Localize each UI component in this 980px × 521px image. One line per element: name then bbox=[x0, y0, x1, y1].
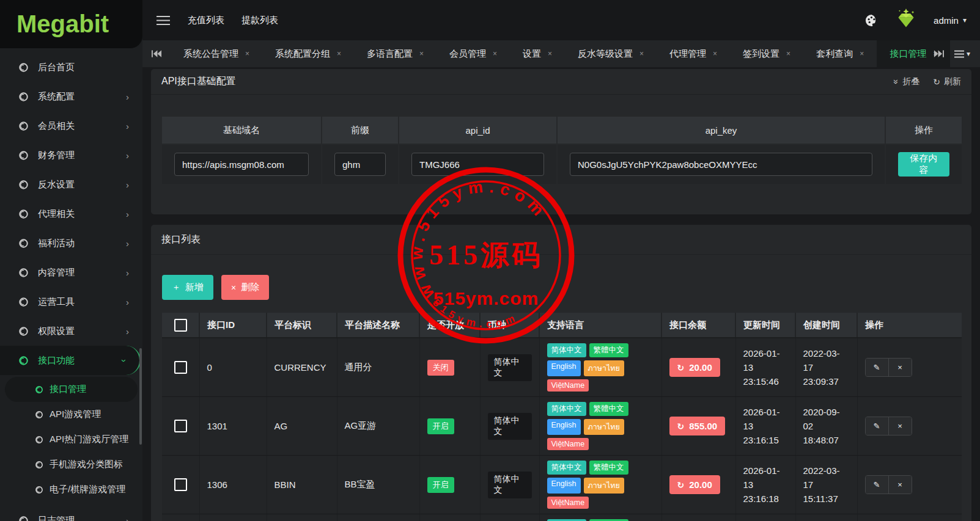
balance-value: 855.00 bbox=[689, 421, 717, 431]
sidebar-item[interactable]: 内容管理› bbox=[0, 258, 142, 287]
tab[interactable]: 代理管理× bbox=[657, 40, 730, 67]
sidebar-subitem[interactable]: 接口管理 bbox=[5, 377, 138, 402]
refresh-button[interactable]: ↻ 刷新 bbox=[933, 76, 961, 87]
table-column-header: 支持语言 bbox=[539, 313, 661, 338]
collapse-button[interactable]: » 折叠 bbox=[894, 76, 919, 87]
balance-badge[interactable]: ↻855.00 bbox=[669, 417, 726, 435]
sidebar-item[interactable]: 财务管理› bbox=[0, 140, 142, 170]
sidebar-subitem-label: API热门游戏厅管理 bbox=[50, 434, 128, 445]
sidebar-subitem[interactable]: API热门游戏厅管理 bbox=[0, 427, 142, 452]
sidebar-item[interactable]: 日志管理› bbox=[0, 506, 142, 521]
created-time: 23:09:37 bbox=[803, 374, 850, 388]
row-checkbox[interactable] bbox=[174, 420, 187, 432]
sidebar-subitem[interactable]: 手机游戏分类图标 bbox=[0, 452, 142, 477]
edit-button[interactable]: ✎ bbox=[866, 359, 888, 376]
delete-row-button[interactable]: × bbox=[888, 359, 912, 376]
language-tag: English bbox=[547, 478, 581, 494]
delete-label: 删除 bbox=[241, 282, 259, 293]
delete-button[interactable]: × 删除 bbox=[221, 275, 269, 300]
tabs-scroll-right-icon[interactable] bbox=[934, 50, 944, 57]
tab[interactable]: 套利查询× bbox=[803, 40, 877, 67]
close-tab-icon[interactable]: × bbox=[419, 49, 424, 58]
tabs-menu-icon[interactable]: ▾ bbox=[954, 49, 970, 58]
balance-badge[interactable]: ↻20.00 bbox=[669, 475, 720, 494]
refresh-icon: ↻ bbox=[677, 363, 685, 373]
avatar-diamond-icon[interactable] bbox=[893, 7, 919, 33]
sidebar-scrollbar[interactable] bbox=[139, 348, 142, 445]
status-badge[interactable]: 关闭 bbox=[427, 360, 454, 376]
theme-palette-icon[interactable] bbox=[864, 13, 879, 27]
row-actions: ✎× bbox=[865, 475, 912, 494]
hamburger-icon[interactable] bbox=[156, 15, 171, 26]
table-header-row: 接口ID平台标识平台描述名称是否开放币种支持语言接口余额更新时间创建时间操作 bbox=[162, 313, 962, 338]
sidebar-item[interactable]: 运营工具› bbox=[0, 287, 142, 316]
row-checkbox[interactable] bbox=[174, 478, 187, 491]
sidebar-subitem-label: API游戏管理 bbox=[50, 409, 101, 420]
tab-label: 系统公告管理 bbox=[183, 48, 238, 60]
language-tags: 简体中文繁體中文EnglishภาษาไทยViệtName bbox=[547, 461, 654, 509]
topnav-withdraw-list[interactable]: 提款列表 bbox=[241, 15, 278, 26]
sidebar-item[interactable]: 接口功能› bbox=[0, 346, 141, 375]
close-tab-icon[interactable]: × bbox=[493, 49, 497, 58]
row-checkbox[interactable] bbox=[174, 361, 187, 374]
language-tag: ViệtName bbox=[547, 438, 589, 450]
sidebar-item[interactable]: 后台首页 bbox=[0, 53, 142, 82]
sidebar-item[interactable]: 系统配置› bbox=[0, 82, 142, 111]
tab[interactable]: 反水等级设置× bbox=[565, 40, 657, 67]
save-button[interactable]: 保存内容 bbox=[898, 152, 949, 177]
sidebar-item[interactable]: 代理相关› bbox=[0, 199, 142, 228]
topnav-recharge-list[interactable]: 充值列表 bbox=[188, 15, 224, 26]
tabs-scroll-left-icon[interactable] bbox=[142, 40, 171, 67]
table-actions: ＋ 新增 × 删除 bbox=[162, 275, 960, 300]
delete-row-button[interactable]: × bbox=[888, 417, 912, 435]
tab[interactable]: 多语言配置× bbox=[354, 40, 437, 67]
ops-cell: ✎× bbox=[857, 456, 962, 514]
updated-date: 2026-01-13 bbox=[743, 346, 788, 375]
tab[interactable]: 会员管理× bbox=[437, 40, 510, 67]
close-tab-icon[interactable]: × bbox=[548, 49, 552, 58]
select-all-checkbox[interactable] bbox=[174, 319, 187, 332]
created-time: 15:11:37 bbox=[803, 492, 850, 506]
close-tab-icon[interactable]: × bbox=[337, 49, 341, 58]
status-badge[interactable]: 开启 bbox=[427, 418, 454, 434]
prefix-input[interactable] bbox=[334, 153, 386, 176]
close-icon: × bbox=[897, 363, 902, 372]
tab[interactable]: 签到设置× bbox=[730, 40, 803, 67]
edit-button[interactable]: ✎ bbox=[866, 417, 888, 435]
language-tag: ภาษาไทย bbox=[584, 360, 624, 376]
brand-logo[interactable]: Megabit bbox=[0, 0, 142, 48]
sidebar-subitem[interactable]: 电子/棋牌游戏管理 bbox=[0, 477, 142, 502]
close-tab-icon[interactable]: × bbox=[713, 49, 717, 58]
tab[interactable]: 系统公告管理× bbox=[171, 40, 262, 67]
sidebar-item-label: 财务管理 bbox=[38, 150, 75, 161]
row-select-cell bbox=[162, 338, 199, 397]
close-tab-icon[interactable]: × bbox=[245, 49, 249, 58]
close-tab-icon[interactable]: × bbox=[786, 49, 790, 58]
language-tags: 简体中文繁體中文EnglishภาษาไทยViệtName bbox=[547, 402, 654, 450]
panel-title: API接口基础配置 bbox=[161, 75, 236, 88]
topbar: 充值列表 提款列表 admin ▾ bbox=[142, 0, 980, 40]
balance-badge[interactable]: ↻20.00 bbox=[669, 358, 720, 377]
sidebar-subitem[interactable]: API游戏管理 bbox=[0, 402, 142, 427]
tab[interactable]: 设置× bbox=[510, 40, 565, 67]
close-tab-icon[interactable]: × bbox=[860, 49, 864, 58]
sidebar-item[interactable]: 反水设置› bbox=[0, 170, 142, 199]
api-key-input[interactable] bbox=[570, 153, 872, 176]
currency-badge: 简体中文 bbox=[488, 472, 532, 498]
edit-button[interactable]: ✎ bbox=[866, 476, 888, 494]
sidebar-item[interactable]: 福利活动› bbox=[0, 228, 142, 258]
user-menu[interactable]: admin ▾ bbox=[934, 15, 967, 26]
add-button[interactable]: ＋ 新增 bbox=[162, 275, 213, 300]
created-time: 18:48:07 bbox=[803, 433, 850, 447]
platform-name-cell: BB宝盈 bbox=[337, 456, 419, 514]
sidebar-item[interactable]: 会员相关› bbox=[0, 111, 142, 140]
delete-row-button[interactable]: × bbox=[888, 476, 912, 494]
tab[interactable]: 系统配置分组× bbox=[262, 40, 354, 67]
status-badge[interactable]: 开启 bbox=[427, 477, 454, 493]
base-domain-input[interactable] bbox=[174, 153, 309, 176]
close-tab-icon[interactable]: × bbox=[639, 49, 644, 58]
close-icon: × bbox=[897, 480, 902, 489]
sidebar-item[interactable]: 权限设置› bbox=[0, 316, 142, 346]
disc-icon bbox=[18, 121, 29, 131]
api-id-input[interactable] bbox=[411, 153, 544, 176]
